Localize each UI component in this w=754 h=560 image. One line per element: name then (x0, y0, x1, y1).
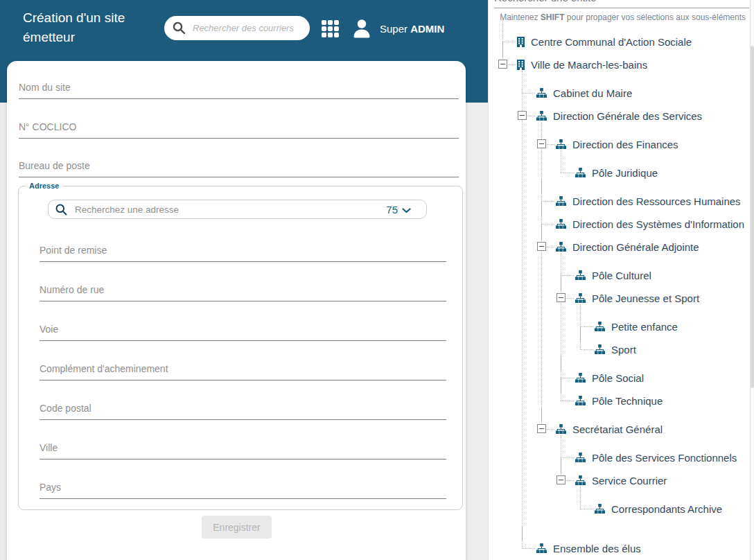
tree-node: Correspondants Archive (595, 500, 747, 517)
collapse-toggle-minus[interactable] (537, 424, 546, 433)
field-nom-du-site (19, 79, 459, 99)
collapse-toggle-minus[interactable] (498, 60, 507, 69)
entity-panel: Maintenez SHIFT pour propager vos sélect… (488, 0, 754, 560)
point-de-remise-input[interactable] (40, 242, 446, 262)
tree-node-row[interactable]: Ensemble des élus (536, 540, 747, 557)
sitemap-icon (575, 270, 586, 280)
department-select[interactable]: 75 (386, 204, 419, 216)
tree-node-row[interactable]: Pôle des Services Fonctionnels (575, 449, 747, 466)
tree-node-label[interactable]: Direction des Ressources Humaines (572, 195, 741, 207)
tree-node-row[interactable]: Correspondants Archive (595, 500, 747, 517)
tree-node-row[interactable]: Direction des Systèmes d'Information (556, 216, 747, 232)
tree-node-row[interactable]: Direction Générale Adjointe (556, 238, 747, 255)
tree-node-row[interactable]: Direction Générale des Services (536, 107, 747, 124)
address-search-bar: 75 (48, 200, 427, 219)
sitemap-icon (575, 168, 586, 177)
sitemap-icon (575, 373, 586, 383)
tree-node-label[interactable]: Service Courrier (592, 475, 667, 487)
tree-node-label[interactable]: Pôle Juridique (592, 167, 658, 179)
tree-node-row[interactable]: Pôle Juridique (575, 164, 747, 181)
sitemap-icon (595, 504, 605, 514)
sitemap-icon (536, 88, 547, 98)
pays-input[interactable] (40, 479, 446, 499)
tree-node: Cabinet du Maire (536, 85, 747, 101)
chevron-down-icon (402, 204, 411, 216)
tree-node-label[interactable]: Pôle Technique (592, 395, 663, 407)
address-fieldset: Adresse 75 (18, 182, 463, 510)
tree-node-label[interactable]: Pôle Social (592, 372, 644, 384)
tree-node: Sport (595, 341, 747, 358)
bureau-de-poste-input[interactable] (19, 157, 459, 177)
tree-node: Direction des FinancesPôle Juridique (556, 136, 747, 186)
tree-node: Pôle Jeunesse et SportPetite enfanceSpor… (575, 290, 747, 363)
tree-node-row[interactable]: Cabinet du Maire (536, 85, 747, 101)
sitemap-icon (575, 475, 586, 485)
tree-node-label[interactable]: Direction des Finances (572, 139, 678, 150)
tree-node-row[interactable]: Direction des Ressources Humaines (556, 193, 747, 209)
tree-node-label[interactable]: Pôle des Services Fonctionnels (592, 452, 737, 464)
collapse-toggle-minus[interactable] (537, 242, 546, 251)
apps-grid-icon[interactable] (322, 20, 339, 37)
tree-node-row[interactable]: Pôle Jeunesse et Sport (575, 290, 747, 306)
sitemap-icon (575, 453, 586, 462)
mail-search-input[interactable] (191, 22, 303, 34)
tree-node-label[interactable]: Sport (611, 344, 636, 356)
tree-node-row[interactable]: Centre Communal d'Action Sociale (517, 33, 747, 50)
tree-node-label[interactable]: Pôle Culturel (592, 270, 651, 281)
tree-node-row[interactable]: Direction des Finances (556, 136, 747, 152)
tree-node-label[interactable]: Direction Générale Adjointe (572, 241, 699, 253)
voie-input[interactable] (40, 321, 446, 341)
collapse-toggle-minus[interactable] (518, 111, 527, 120)
sitemap-icon (595, 322, 605, 331)
user-icon[interactable] (351, 17, 373, 40)
tree-node: Service CourrierCorrespondants Archive (575, 472, 747, 523)
collapse-toggle-minus[interactable] (556, 293, 566, 302)
collapse-toggle-minus[interactable] (556, 475, 566, 484)
tree-node-label[interactable]: Pôle Jeunesse et Sport (592, 292, 699, 304)
tree-node-row[interactable]: Petite enfance (595, 318, 747, 335)
tree-node-label[interactable]: Correspondants Archive (611, 503, 722, 515)
numero-de-rue-input[interactable] (40, 281, 446, 301)
tree-node-row[interactable]: Service Courrier (575, 472, 747, 489)
tree-node: Ensemble des élus (536, 540, 747, 557)
tree-node-label[interactable]: Secrétariat Général (572, 423, 663, 435)
nom-du-site-input[interactable] (19, 79, 459, 99)
tree-node: Direction Générale des ServicesDirection… (536, 107, 747, 534)
tree-node-row[interactable]: Sport (595, 341, 747, 358)
tree-node-label[interactable]: Direction des Systèmes d'Information (572, 218, 744, 230)
tree-node-label[interactable]: Ensemble des élus (553, 543, 641, 554)
collapse-toggle-minus[interactable] (537, 139, 546, 148)
page-title: Création d'un site émetteur (23, 8, 158, 47)
tree-node-label[interactable]: Ville de Maarch-les-bains (531, 59, 647, 71)
tree-node-label[interactable]: Direction Générale des Services (553, 110, 702, 122)
tree-node-label[interactable]: Cabinet du Maire (553, 87, 632, 99)
ville-input[interactable] (40, 439, 446, 460)
complement-acheminement-input[interactable] (40, 360, 446, 380)
address-search-input[interactable] (73, 204, 386, 216)
current-user-label[interactable]: Super ADMIN (380, 23, 444, 35)
department-value: 75 (386, 204, 398, 216)
tree-node: Pôle Juridique (575, 164, 747, 181)
sitemap-icon (556, 196, 566, 206)
address-legend: Adresse (26, 182, 62, 190)
code-postal-input[interactable] (40, 400, 446, 420)
coclico-input[interactable] (19, 119, 459, 139)
tree-node-label[interactable]: Petite enfance (611, 321, 678, 333)
sitemap-icon (536, 111, 547, 121)
sitemap-icon (575, 396, 586, 405)
building-icon (517, 60, 525, 70)
scrollbar-thumb[interactable] (751, 46, 754, 388)
sitemap-icon (556, 139, 566, 149)
panel-scrollbar[interactable] (750, 0, 754, 560)
tree-node: Pôle Social (575, 369, 747, 386)
tree-node-row[interactable]: Pôle Technique (575, 392, 747, 409)
tree-node-row[interactable]: Pôle Social (575, 369, 747, 386)
tree-node-row[interactable]: Secrétariat Général (556, 421, 747, 437)
tree-node-row[interactable]: Ville de Maarch-les-bains (517, 56, 747, 73)
save-button[interactable]: Enregistrer (202, 516, 272, 539)
tree-node-row[interactable]: Pôle Culturel (575, 267, 747, 283)
entity-search-input[interactable] (494, 0, 749, 8)
tree-node-label[interactable]: Centre Communal d'Action Sociale (531, 36, 692, 48)
tree-branch: Pôle des Services FonctionnelsService Co… (556, 437, 747, 528)
field-complement-acheminement (40, 360, 446, 380)
